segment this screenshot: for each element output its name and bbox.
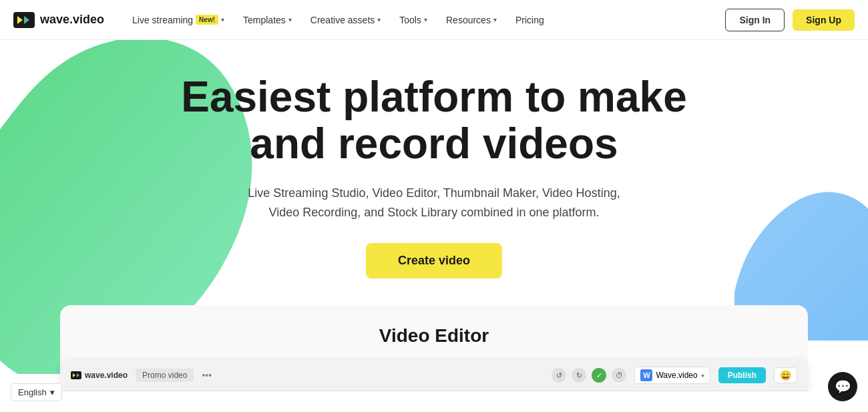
language-chevron-icon: ▾ xyxy=(50,387,55,397)
logo-icon xyxy=(13,12,35,28)
video-editor-section: Video Editor wave.video Promo video ••• xyxy=(60,305,808,391)
signin-button[interactable]: Sign In xyxy=(725,9,785,31)
nav-item-pricing[interactable]: Pricing xyxy=(507,11,552,29)
nav-item-live-streaming[interactable]: Live streaming New! ▾ xyxy=(124,11,232,29)
timer-icon[interactable]: ⏱ xyxy=(612,368,626,383)
brand-chevron-icon: ▾ xyxy=(701,372,704,379)
navbar: wave.video Live streaming New! ▾ Templat… xyxy=(0,0,868,40)
check-icon[interactable]: ✓ xyxy=(592,368,606,383)
signup-button[interactable]: Sign Up xyxy=(793,9,855,31)
create-video-button[interactable]: Create video xyxy=(366,243,502,278)
mini-editor-toolbar: wave.video Promo video ••• ↺ ↻ ✓ ⏱ W Wav… xyxy=(60,360,808,391)
mini-dots-menu[interactable]: ••• xyxy=(202,370,212,381)
logo-text: wave.video xyxy=(40,13,104,27)
chevron-icon: ▾ xyxy=(288,16,292,23)
mini-logo-icon xyxy=(71,371,81,379)
mini-editor-tab[interactable]: Promo video xyxy=(136,369,194,382)
language-selector[interactable]: English ▾ xyxy=(11,383,62,401)
svg-rect-3 xyxy=(71,371,81,379)
undo-icon[interactable]: ↺ xyxy=(552,368,566,383)
hero-subtitle: Live Streaming Studio, Video Editor, Thu… xyxy=(240,184,628,222)
mini-editor-logo: wave.video xyxy=(71,371,128,380)
mini-toolbar-icons: ↺ ↻ ✓ ⏱ xyxy=(552,368,626,383)
nav-auth: Sign In Sign Up xyxy=(725,9,855,31)
language-label: English xyxy=(18,387,47,397)
chevron-icon: ▾ xyxy=(424,16,427,23)
mini-editor-preview: wave.video Promo video ••• ↺ ↻ ✓ ⏱ W Wav… xyxy=(60,360,808,391)
chat-icon: 💬 xyxy=(835,379,851,395)
nav-item-resources[interactable]: Resources ▾ xyxy=(438,11,505,29)
chevron-icon: ▾ xyxy=(221,16,224,23)
chevron-icon: ▾ xyxy=(493,16,497,23)
hero-content: Easiest platform to make and record vide… xyxy=(0,73,868,305)
logo[interactable]: wave.video xyxy=(13,12,104,28)
new-badge: New! xyxy=(196,15,218,25)
redo-icon[interactable]: ↻ xyxy=(572,368,586,383)
chat-bubble-button[interactable]: 💬 xyxy=(828,372,857,401)
mini-brand-selector[interactable]: W Wave.video ▾ xyxy=(634,367,710,384)
nav-item-tools[interactable]: Tools ▾ xyxy=(391,11,435,29)
brand-w-icon: W xyxy=(640,369,652,381)
hero-section: Easiest platform to make and record vide… xyxy=(0,40,868,391)
nav-links: Live streaming New! ▾ Templates ▾ Creati… xyxy=(124,11,725,29)
mini-emoji-button[interactable]: 😄 xyxy=(774,367,797,383)
hero-title: Easiest platform to make and record vide… xyxy=(144,73,724,168)
chevron-icon: ▾ xyxy=(377,16,381,23)
nav-item-creative-assets[interactable]: Creative assets ▾ xyxy=(302,11,389,29)
video-editor-title: Video Editor xyxy=(60,325,808,347)
mini-publish-button[interactable]: Publish xyxy=(718,367,766,383)
nav-item-templates[interactable]: Templates ▾ xyxy=(235,11,300,29)
